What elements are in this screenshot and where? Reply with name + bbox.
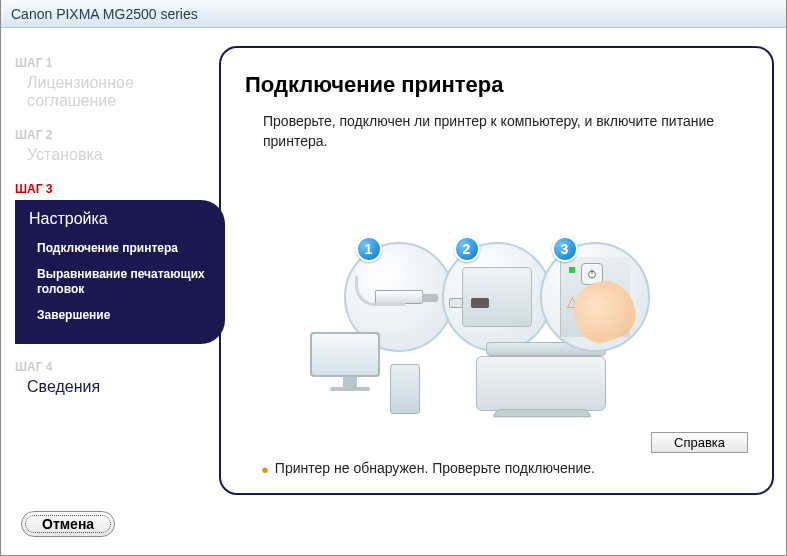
step3-title: Настройка (29, 210, 211, 228)
step4-label: ШАГ 4 (15, 360, 215, 374)
badge-1: 1 (356, 236, 382, 262)
step1-label: ШАГ 1 (15, 56, 215, 70)
cancel-button[interactable]: Отмена (21, 511, 115, 537)
power-led-icon (569, 267, 575, 273)
bubble-1-wrap: 1 (350, 242, 448, 352)
step3-label: ШАГ 3 (15, 182, 215, 196)
status-row: ● Принтер не обнаружен. Проверьте подклю… (261, 459, 748, 479)
substep-finish: Завершение (29, 303, 211, 329)
instruction-text: Проверьте, подключен ли принтер к компью… (263, 112, 748, 151)
printer-icon (476, 342, 616, 422)
step4-title: Сведения (15, 378, 215, 396)
finger-press-icon (565, 272, 642, 349)
installer-window: Canon PIXMA MG2500 series ШАГ 1 Лицензио… (0, 0, 787, 556)
help-row: Справка (245, 432, 748, 453)
usb-cable-icon (355, 276, 405, 306)
window-title: Canon PIXMA MG2500 series (11, 6, 198, 22)
illustration-area: 1 2 (245, 163, 748, 430)
status-text: Принтер не обнаружен. Проверьте подключе… (275, 459, 595, 479)
step2-label: ШАГ 2 (15, 128, 215, 142)
printer-back-icon (462, 267, 532, 327)
warning-icon: ● (261, 461, 269, 479)
monitor-icon (310, 332, 390, 412)
titlebar: Canon PIXMA MG2500 series (1, 0, 786, 28)
substep-connect: Подключение принтера (29, 236, 211, 262)
step1-title: Лицензионное соглашение (15, 74, 215, 110)
badge-3: 3 (552, 236, 578, 262)
bubble-3-wrap: 3 △ (546, 242, 644, 352)
content-panel: Подключение принтера Проверьте, подключе… (219, 46, 774, 495)
help-button[interactable]: Справка (651, 432, 748, 453)
substep-align: Выравнивание печатающих головок (29, 262, 211, 303)
sidebar: ШАГ 1 Лицензионное соглашение ШАГ 2 Уста… (5, 46, 219, 495)
bubble-2-wrap: 2 (448, 242, 546, 352)
step3-accordion: Настройка Подключение принтера Выравнива… (15, 200, 225, 344)
printer-panel-icon: △ (560, 257, 630, 337)
page-heading: Подключение принтера (245, 72, 748, 98)
badge-2: 2 (454, 236, 480, 262)
pc-tower-icon (390, 364, 420, 414)
footer: Отмена (1, 499, 786, 555)
step2-title: Установка (15, 146, 215, 164)
window-body: ШАГ 1 Лицензионное соглашение ШАГ 2 Уста… (1, 28, 786, 499)
